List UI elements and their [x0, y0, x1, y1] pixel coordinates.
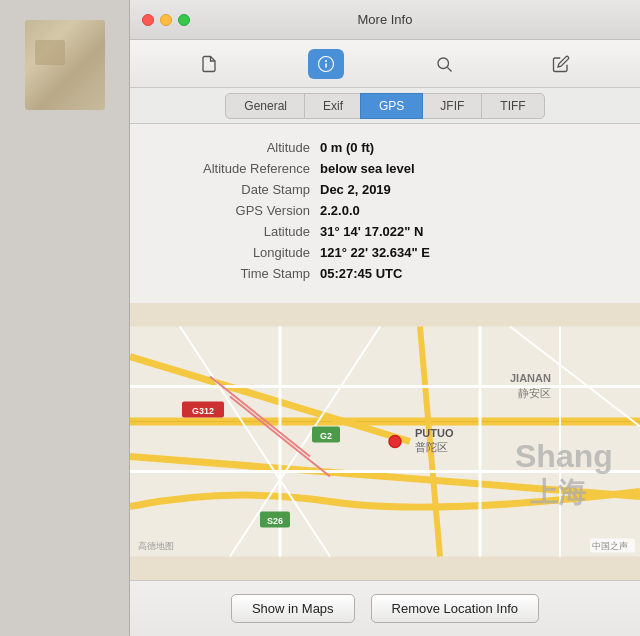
gps-version-row: GPS Version 2.2.0.0: [150, 203, 620, 218]
gps-info-section: Altitude 0 m (0 ft) Altitude Reference b…: [130, 124, 640, 303]
svg-point-3: [438, 58, 449, 69]
svg-text:中国之声: 中国之声: [592, 541, 628, 551]
svg-text:PUTUO: PUTUO: [415, 427, 454, 439]
toolbar: [130, 40, 640, 88]
main-window: More Info: [130, 0, 640, 636]
time-stamp-value: 05:27:45 UTC: [320, 266, 402, 281]
map-svg: G312 G2 S26 PUTUO 普陀区 JIANAN 静安区 Shang 上…: [130, 303, 640, 580]
svg-line-4: [447, 67, 451, 71]
file-tab-button[interactable]: [191, 49, 227, 79]
search-tab-button[interactable]: [426, 49, 462, 79]
close-button[interactable]: [142, 14, 154, 26]
svg-text:S26: S26: [267, 516, 283, 526]
show-in-maps-button[interactable]: Show in Maps: [231, 594, 355, 623]
tab-bar: General Exif GPS JFIF TIFF: [130, 88, 640, 124]
svg-point-27: [389, 436, 401, 448]
time-stamp-row: Time Stamp 05:27:45 UTC: [150, 266, 620, 281]
info-tab-button[interactable]: [308, 49, 344, 79]
svg-text:JIANAN: JIANAN: [510, 372, 551, 384]
edit-tab-button[interactable]: [543, 49, 579, 79]
svg-text:G312: G312: [192, 406, 214, 416]
footer: Show in Maps Remove Location Info: [130, 580, 640, 636]
date-stamp-value: Dec 2, 2019: [320, 182, 391, 197]
svg-text:G2: G2: [320, 431, 332, 441]
tab-tiff[interactable]: TIFF: [481, 93, 544, 119]
minimize-button[interactable]: [160, 14, 172, 26]
date-stamp-label: Date Stamp: [150, 182, 320, 197]
svg-text:静安区: 静安区: [518, 387, 551, 399]
longitude-row: Longitude 121° 22' 32.634" E: [150, 245, 620, 260]
tab-gps[interactable]: GPS: [360, 93, 423, 119]
tab-general[interactable]: General: [225, 93, 306, 119]
sidebar-panel: [0, 0, 130, 636]
altitude-row: Altitude 0 m (0 ft): [150, 140, 620, 155]
remove-location-info-button[interactable]: Remove Location Info: [371, 594, 539, 623]
latitude-row: Latitude 31° 14' 17.022" N: [150, 224, 620, 239]
title-bar: More Info: [130, 0, 640, 40]
longitude-value: 121° 22' 32.634" E: [320, 245, 430, 260]
traffic-lights: [142, 14, 190, 26]
tab-jfif[interactable]: JFIF: [421, 93, 483, 119]
altitude-ref-row: Altitude Reference below sea level: [150, 161, 620, 176]
altitude-label: Altitude: [150, 140, 320, 155]
gps-version-label: GPS Version: [150, 203, 320, 218]
altitude-ref-label: Altitude Reference: [150, 161, 320, 176]
latitude-label: Latitude: [150, 224, 320, 239]
latitude-value: 31° 14' 17.022" N: [320, 224, 423, 239]
sidebar-thumbnail: [25, 20, 105, 110]
svg-text:上海: 上海: [530, 477, 587, 508]
tab-exif[interactable]: Exif: [304, 93, 362, 119]
time-stamp-label: Time Stamp: [150, 266, 320, 281]
window-title: More Info: [358, 12, 413, 27]
gps-version-value: 2.2.0.0: [320, 203, 360, 218]
map-section: G312 G2 S26 PUTUO 普陀区 JIANAN 静安区 Shang 上…: [130, 303, 640, 580]
longitude-label: Longitude: [150, 245, 320, 260]
altitude-ref-value: below sea level: [320, 161, 415, 176]
altitude-value: 0 m (0 ft): [320, 140, 374, 155]
svg-text:高德地图: 高德地图: [138, 541, 174, 551]
svg-text:Shang: Shang: [515, 438, 613, 474]
svg-text:普陀区: 普陀区: [415, 441, 448, 453]
maximize-button[interactable]: [178, 14, 190, 26]
date-stamp-row: Date Stamp Dec 2, 2019: [150, 182, 620, 197]
